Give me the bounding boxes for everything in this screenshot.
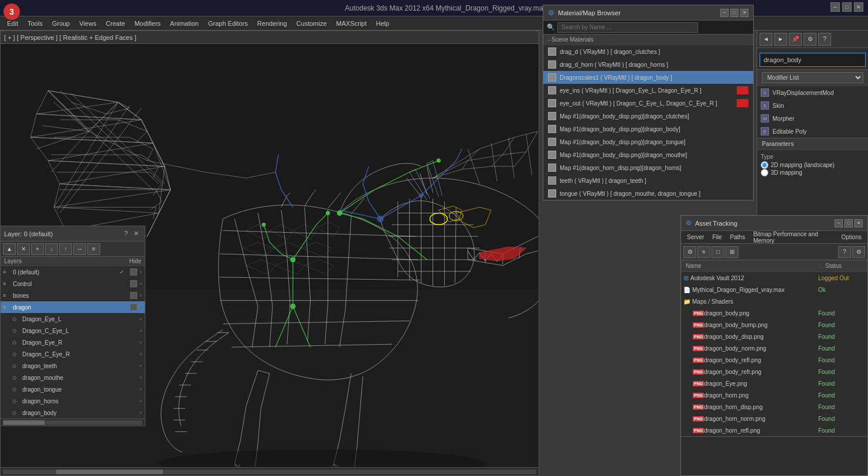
layer-item-layer-eye-l[interactable]: ◇ Dragon_Eye_L ≡ [1, 313, 145, 325]
hscroll-thumb[interactable] [56, 470, 163, 474]
maximize-button[interactable]: □ [842, 2, 852, 12]
asset-item-asset-eye[interactable]: PNG dragon_Eye.png Found [681, 378, 867, 389]
close-button[interactable]: ✕ [854, 2, 863, 12]
menu-customize[interactable]: Customize [292, 19, 332, 28]
mat-item-mat-map1-horns[interactable]: Map #1(dragon_horn_disp.png)[dragon_horn… [543, 161, 753, 174]
layer-item-layer-c-eye-l[interactable]: ◇ Dragon_C_Eye_L ≡ [1, 325, 145, 336]
layers-tb-btn-1[interactable]: ✕ [17, 243, 30, 255]
asset-menu-file[interactable]: File [709, 233, 725, 242]
mat-item-mat-dragonscales[interactable]: Dragonscales1 ( VRayMtl ) [ dragon_body … [543, 71, 753, 84]
asset-menu-server[interactable]: Server [683, 233, 707, 242]
asset-item-asset-body-norm[interactable]: PNG dragon_body_norm.png Found [681, 342, 867, 354]
asset-tb-0[interactable]: ⚙ [683, 246, 696, 258]
minimize-button[interactable]: ─ [830, 2, 840, 12]
asset-item-asset-horn-disp[interactable]: PNG dragon_horn_disp.png Found [681, 401, 867, 413]
asset-item-asset-body-bump[interactable]: PNG dragon_body_bump.png Found [681, 319, 867, 331]
layer-vis[interactable] [130, 280, 137, 287]
layers-tb-btn-3[interactable]: ↓ [45, 243, 58, 255]
asset-item-asset-body-refr[interactable]: PNG dragon_body_refr.png Found [681, 366, 867, 378]
mod-tb-next[interactable]: ► [774, 33, 787, 46]
mat-item-mat-drag-d-horn[interactable]: drag_d_horn ( VRayMtl ) [ dragon_horns ] [543, 58, 753, 71]
layer-vis[interactable] [130, 292, 137, 299]
layer-item-layer-dragon[interactable]: ≡ dragon ≡ [1, 301, 145, 313]
mat-item-mat-tongue[interactable]: tongue ( VRayMtl ) [ dragon_mouthe, drag… [543, 187, 753, 200]
layers-tb-btn-6[interactable]: ≡ [87, 243, 100, 255]
layers-tb-btn-0[interactable]: ▲ [3, 243, 16, 255]
layer-item-layer-horns[interactable]: ◇ dragon_horns ≡ [1, 395, 145, 407]
asset-tb-1[interactable]: ≡ [697, 246, 710, 258]
menu-create[interactable]: Create [101, 19, 130, 28]
asset-item-asset-horn-norm[interactable]: PNG dragon_horn_norm.png Found [681, 413, 867, 424]
menu-graph-editors[interactable]: Graph Editors [203, 19, 253, 28]
layers-scroll[interactable]: ≡ 0 (default) ✓ ≡ ≡ Control ≡ ≡ bones ≡ … [1, 266, 145, 419]
layer-vis[interactable] [130, 268, 137, 276]
layer-item-layer-bones[interactable]: ≡ bones ≡ [1, 290, 145, 301]
mat-item-mat-map1-mouthe[interactable]: Map #1(dragon_body_disp.png)[dragon_mout… [543, 148, 753, 161]
asset-tb-settings2[interactable]: ⚙ [852, 246, 865, 258]
mod-tb-prev[interactable]: ◄ [760, 33, 772, 46]
layer-item-layer-teeth[interactable]: ◇ dragon_teeth ≡ [1, 360, 145, 372]
asset-item-asset-maps-folder[interactable]: 📁 Maps / Shaders [681, 295, 867, 307]
asset-menu-paths[interactable]: Paths [727, 233, 749, 242]
mat-item-mat-map1-clutches[interactable]: Map #1(dragon_body_disp.png)[dragon_clut… [543, 110, 753, 123]
modifier-item-mod-vray[interactable]: V VRayDisplacementMod [757, 86, 868, 99]
menu-group[interactable]: Group [47, 19, 75, 28]
asset-minimize-btn[interactable]: ─ [835, 219, 843, 227]
modifier-item-mod-editable-poly[interactable]: E Editable Poly [757, 125, 868, 138]
mat-browser-minimize[interactable]: ─ [720, 9, 729, 17]
mat-item-mat-teeth[interactable]: teeth ( VRayMtl ) [ dragon_teeth ] [543, 174, 753, 187]
mat-item-mat-eye-out[interactable]: eye_out ( VRayMtl ) [ Dragon_C_Eye_L, Dr… [543, 97, 753, 110]
layer-item-layer-eye-r[interactable]: ◇ Dragon_Eye_R ≡ [1, 336, 145, 348]
asset-item-asset-body-disp[interactable]: PNG dragon_body_disp.png Found [681, 331, 867, 342]
menu-animation[interactable]: Animation [165, 19, 203, 28]
asset-maximize-btn[interactable]: □ [845, 219, 853, 227]
menu-modifiers[interactable]: Modifiers [130, 19, 165, 28]
asset-item-asset-max-file[interactable]: 📄 Mythical_Dragon_Rigged_vray.max Ok [681, 284, 867, 295]
asset-item-asset-body-png[interactable]: PNG dragon_body.png Found [681, 307, 867, 319]
asset-close-btn[interactable]: ✕ [855, 219, 863, 227]
modifier-item-mod-skin[interactable]: S Skin [757, 99, 868, 112]
layers-help-btn[interactable]: ? [122, 230, 130, 237]
asset-item-asset-horn[interactable]: PNG dragon_horn.png Found [681, 389, 867, 401]
mat-item-mat-drag-d[interactable]: drag_d ( VRayMtl ) [ dragon_clutches ] [543, 45, 753, 58]
asset-menu-bitmap[interactable]: Bitmap Performance and Memory [750, 230, 836, 245]
layer-item-layer-c-eye-r[interactable]: ◇ Dragon_C_Eye_R ≡ [1, 348, 145, 360]
layer-item-layer-body[interactable]: ◇ dragon_body ≡ [1, 407, 145, 419]
layer-item-layer-tongue[interactable]: ◇ dragon_tongue ≡ [1, 383, 145, 395]
layers-close-btn[interactable]: ✕ [131, 230, 141, 237]
asset-tb-2[interactable]: □ [712, 246, 724, 258]
mod-tb-pin[interactable]: 📌 [789, 33, 802, 46]
radio-3d[interactable] [761, 169, 768, 176]
layers-scrollbar-thumb[interactable] [3, 420, 45, 425]
asset-menu-options[interactable]: Options [838, 233, 865, 242]
mat-browser-close[interactable]: ✕ [740, 9, 748, 17]
asset-item-asset-vault[interactable]: ⊞ Autodesk Vault 2012 Logged Out [681, 272, 867, 284]
layer-item-layer-mouthe[interactable]: ◇ dragon_mouthe ≡ [1, 372, 145, 383]
layers-tb-btn-2[interactable]: + [31, 243, 44, 255]
modifier-item-mod-morpher[interactable]: M Morpher [757, 112, 868, 125]
viewport-hscroll[interactable] [1, 467, 539, 475]
asset-scrollbar[interactable] [681, 436, 867, 443]
menu-views[interactable]: Views [74, 19, 101, 28]
mat-search-input[interactable] [557, 22, 698, 33]
mat-item-mat-eye-ins[interactable]: eye_ins ( VRayMtl ) [ Dragon_Eye_L, Drag… [543, 84, 753, 97]
mat-item-mat-map1-body[interactable]: Map #1(dragon_body_disp.png)[dragon_body… [543, 123, 753, 135]
menu-maxscript[interactable]: MAXScript [332, 19, 372, 28]
asset-item-asset-horn-refl[interactable]: PNG dragon_horn_refl.png Found [681, 424, 867, 436]
layer-vis[interactable] [130, 304, 137, 311]
asset-tb-help[interactable]: ? [838, 246, 851, 258]
asset-item-asset-body-refl[interactable]: PNG dragon_body_refl.png Found [681, 354, 867, 366]
radio-2d[interactable] [761, 161, 768, 169]
modifier-list-dropdown[interactable]: Modifier List [762, 72, 863, 83]
mod-tb-settings[interactable]: ⚙ [804, 33, 816, 46]
layers-tb-btn-4[interactable]: ↑ [59, 243, 72, 255]
layer-item-layer-default[interactable]: ≡ 0 (default) ✓ ≡ [1, 266, 145, 278]
menu-tools[interactable]: Tools [23, 19, 47, 28]
asset-tb-3[interactable]: ⊞ [726, 246, 738, 258]
layer-item-layer-control[interactable]: ≡ Control ≡ [1, 278, 145, 290]
mod-tb-help[interactable]: ? [818, 33, 831, 46]
layers-scrollbar[interactable] [1, 419, 145, 426]
mat-item-mat-map1-tongue[interactable]: Map #1(dragon_body_disp.png)[dragon_tong… [543, 135, 753, 148]
mod-name-input[interactable] [760, 53, 866, 67]
layers-tb-btn-5[interactable]: ↔ [73, 243, 86, 255]
